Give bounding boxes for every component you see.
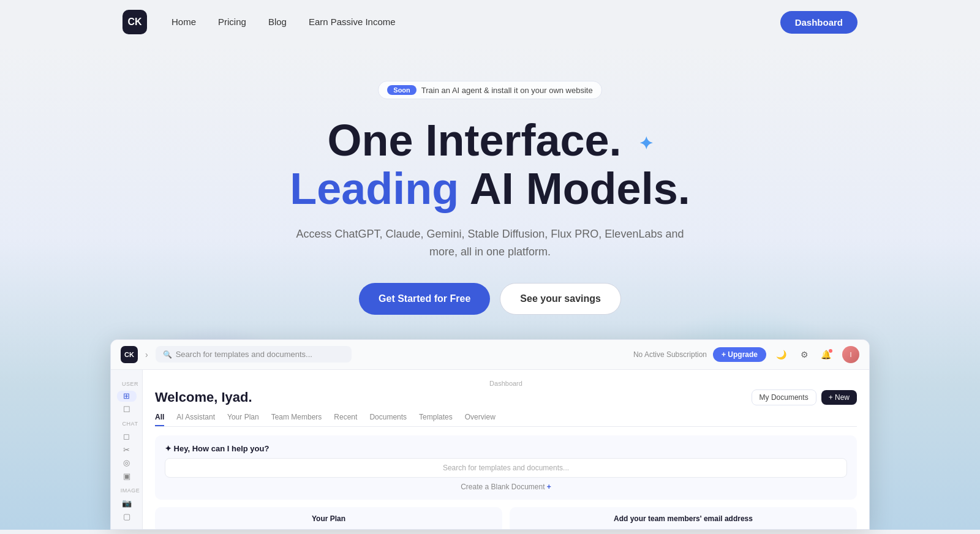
search-icon: 🔍: [163, 350, 172, 359]
team-card-title: Add your team members' email address: [518, 514, 848, 523]
search-bar[interactable]: 🔍 Search for templates and documents...: [156, 346, 352, 363]
user-section-label: USER: [111, 381, 142, 387]
hero-title-line2: Leading AI Models.: [0, 165, 980, 213]
browser-bar: CK › 🔍 Search for templates and document…: [111, 340, 869, 370]
team-card: Add your team members' email address: [510, 507, 857, 529]
nav-earn[interactable]: Earn Passive Income: [309, 17, 396, 27]
sidebar-globe-icon[interactable]: ◎: [117, 457, 137, 468]
hero-title: One Interface. ✦ Leading AI Models.: [0, 116, 980, 213]
tab-ai-assistant[interactable]: AI Assistant: [176, 413, 215, 426]
welcome-title: Welcome, Iyad.: [155, 389, 252, 405]
tab-all[interactable]: All: [155, 413, 164, 426]
app-layout: USER ⊞ ☐ CHAT ◻ ✂ ◎ ▣ IMAGE 📷 ▢ Dashboar…: [111, 370, 869, 529]
app-sidebar: USER ⊞ ☐ CHAT ◻ ✂ ◎ ▣ IMAGE 📷 ▢: [111, 370, 143, 529]
tabs-row: All AI Assistant Your Plan Team Members …: [155, 413, 857, 427]
tab-your-plan[interactable]: Your Plan: [227, 413, 259, 426]
sidebar-square-icon[interactable]: ▢: [117, 511, 137, 522]
settings-icon[interactable]: ⚙: [796, 346, 813, 363]
your-plan-title: Your Plan: [164, 514, 494, 523]
ai-greeting: ✦ Hey, How can I help you?: [165, 444, 847, 453]
chat-section-label: CHAT: [111, 421, 142, 427]
upgrade-button[interactable]: + Upgrade: [713, 347, 766, 362]
cards-row: Your Plan Add your team members' email a…: [155, 507, 857, 529]
see-savings-button[interactable]: See your savings: [500, 283, 621, 315]
soon-tag: Soon: [387, 85, 417, 95]
nav-home[interactable]: Home: [172, 17, 196, 27]
sidebar-camera-icon[interactable]: 📷: [117, 497, 137, 508]
create-blank-button[interactable]: Create a Blank Document +: [165, 483, 847, 491]
logo[interactable]: CK: [123, 10, 147, 34]
nav-blog[interactable]: Blog: [268, 17, 287, 27]
tab-templates[interactable]: Templates: [419, 413, 453, 426]
browser-right-actions: No Active Subscription + Upgrade 🌙 ⚙ 🔔 I: [633, 346, 859, 363]
get-started-button[interactable]: Get Started for Free: [359, 283, 490, 315]
navbar: CK Home Pricing Blog Earn Passive Income…: [0, 0, 980, 44]
moon-icon[interactable]: 🌙: [772, 346, 790, 363]
breadcrumb: Dashboard: [155, 380, 857, 387]
nav-pricing[interactable]: Pricing: [218, 17, 246, 27]
notification-icon[interactable]: 🔔: [819, 346, 836, 363]
sidebar-grid-icon[interactable]: ⊞: [117, 391, 137, 402]
chevron-right-icon[interactable]: ›: [145, 350, 148, 359]
new-button[interactable]: + New: [821, 390, 857, 405]
spark-icon: ✦: [639, 135, 653, 154]
dashboard-button[interactable]: Dashboard: [780, 11, 858, 34]
hero-subtitle: Access ChatGPT, Claude, Gemini, Stable D…: [0, 225, 980, 261]
no-subscription-badge: No Active Subscription: [633, 350, 707, 359]
app-main: Dashboard Welcome, Iyad. My Documents + …: [143, 370, 869, 529]
sidebar-video-icon[interactable]: ▣: [117, 471, 137, 482]
my-documents-button[interactable]: My Documents: [752, 389, 816, 405]
nav-links: Home Pricing Blog Earn Passive Income: [172, 17, 780, 28]
ai-section: ✦ Hey, How can I help you? Search for te…: [155, 435, 857, 500]
badge-text: Train an AI agent & install it on your o…: [421, 86, 593, 95]
hero-section: Soon Train an AI agent & install it on y…: [0, 44, 980, 530]
tab-overview[interactable]: Overview: [465, 413, 496, 426]
soon-badge: Soon Train an AI agent & install it on y…: [378, 81, 601, 99]
sidebar-image-icon[interactable]: ✂: [117, 444, 137, 455]
image-section-label: IMAGE: [111, 487, 142, 494]
sidebar-doc-icon[interactable]: ☐: [117, 404, 137, 415]
browser-logo: CK: [121, 346, 138, 363]
tab-recent[interactable]: Recent: [334, 413, 357, 426]
header-actions: My Documents + New: [752, 389, 857, 405]
hero-buttons: Get Started for Free See your savings: [0, 283, 980, 315]
tab-team-members[interactable]: Team Members: [271, 413, 322, 426]
leading-word: Leading: [290, 164, 459, 213]
ai-search-input[interactable]: Search for templates and documents...: [165, 458, 847, 478]
browser-mockup: CK › 🔍 Search for templates and document…: [110, 339, 870, 530]
welcome-header: Welcome, Iyad. My Documents + New: [155, 389, 857, 405]
tab-documents[interactable]: Documents: [369, 413, 407, 426]
your-plan-card: Your Plan: [155, 507, 502, 529]
hero-title-line1: One Interface. ✦: [0, 116, 980, 165]
ai-models-word: AI Models.: [459, 164, 690, 213]
search-placeholder-text: Search for templates and documents...: [176, 350, 312, 359]
sidebar-chat-icon[interactable]: ◻: [117, 431, 137, 442]
avatar[interactable]: I: [842, 346, 859, 363]
dashboard-preview: CK › 🔍 Search for templates and document…: [0, 339, 980, 530]
